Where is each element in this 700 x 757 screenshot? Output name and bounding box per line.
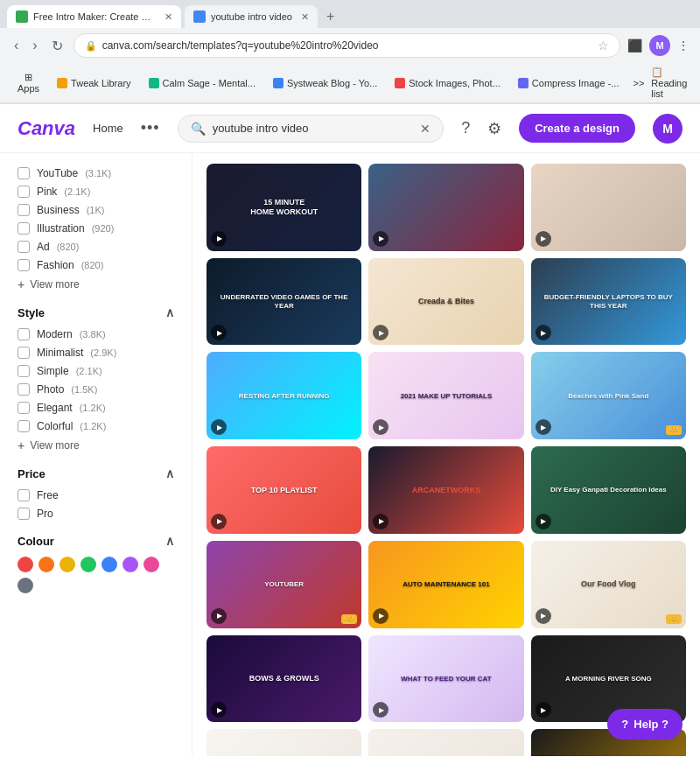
template-card-1[interactable]: 15 MINUTEHOME WORKOUT bbox=[206, 164, 361, 251]
elegant-checkbox[interactable] bbox=[18, 402, 30, 414]
free-checkbox[interactable] bbox=[18, 489, 30, 501]
tab-2-close[interactable]: ✕ bbox=[301, 11, 309, 23]
bookmark-stock[interactable]: Stock Images, Phot... bbox=[388, 76, 508, 90]
colorful-checkbox[interactable] bbox=[18, 420, 30, 432]
extensions-button[interactable]: ⬛ bbox=[627, 39, 642, 53]
bookmark-tweak[interactable]: Tweak Library bbox=[50, 76, 137, 90]
help-button[interactable]: ? bbox=[461, 119, 470, 137]
style-chevron-icon: ∧ bbox=[165, 305, 174, 319]
filter-business[interactable]: Business (1K) bbox=[18, 204, 174, 216]
new-tab-button[interactable]: + bbox=[321, 9, 340, 25]
reload-button[interactable]: ↻ bbox=[48, 36, 66, 56]
create-design-button[interactable]: Create a design bbox=[519, 114, 635, 143]
home-link[interactable]: Home bbox=[93, 122, 123, 135]
template-grid: 15 MINUTEHOME WORKOUT bbox=[206, 164, 686, 756]
template-card-7[interactable]: RESTING AFTER RUNNING bbox=[206, 352, 361, 439]
template-card-9[interactable]: Beaches with Pink Sand 👑 bbox=[531, 352, 686, 439]
bookmark-calmsage[interactable]: Calm Sage - Mental... bbox=[142, 76, 262, 90]
address-text: canva.com/search/templates?q=youtube%20i… bbox=[102, 39, 592, 52]
illustration-checkbox[interactable] bbox=[18, 222, 30, 235]
profile-button[interactable]: M bbox=[649, 35, 670, 56]
apps-bookmark[interactable]: ⊞ Apps bbox=[10, 70, 46, 95]
youtube-checkbox[interactable] bbox=[18, 167, 30, 179]
template-card-11[interactable]: ARCANETWORKS bbox=[368, 446, 523, 534]
template-card-19[interactable]: New Year OUR COMPLETE REVIEW OF PRODUCT … bbox=[206, 729, 361, 756]
template-card-13[interactable]: YOUTUBER 👑 bbox=[206, 541, 361, 628]
template-card-20[interactable]: HOW TO BECOME Camera Confident bbox=[368, 729, 523, 756]
template-card-4[interactable]: UNDERRATED VIDEO GAMES OF THE YEAR bbox=[206, 258, 361, 346]
back-button[interactable]: ‹ bbox=[10, 36, 22, 55]
bookmark-compress[interactable]: Compress Image -... bbox=[511, 76, 626, 90]
filter-youtube[interactable]: YouTube (3.1K) bbox=[18, 167, 174, 179]
colour-section-title[interactable]: Colour ∧ bbox=[18, 534, 174, 548]
colour-orange[interactable] bbox=[38, 557, 54, 572]
canva-logo: Canva bbox=[18, 117, 75, 140]
filter-elegant[interactable]: Elegant (1.2K) bbox=[18, 402, 174, 414]
card-9-title: Beaches with Pink Sand bbox=[568, 392, 648, 401]
filter-free[interactable]: Free bbox=[18, 489, 174, 501]
settings-button[interactable]: ⚙ bbox=[487, 119, 501, 138]
help-float-button[interactable]: ? Help ? bbox=[607, 709, 682, 739]
colour-blue[interactable] bbox=[102, 557, 117, 572]
search-clear-icon[interactable]: ✕ bbox=[420, 122, 430, 136]
category-view-more[interactable]: + View more bbox=[18, 277, 174, 291]
template-card-17[interactable]: WHAT TO FEED YOUR CAT bbox=[368, 635, 523, 723]
thumb-4: UNDERRATED VIDEO GAMES OF THE YEAR bbox=[206, 258, 361, 346]
filter-minimalist[interactable]: Minimalist (2.9K) bbox=[18, 347, 174, 359]
bookmark-systweak[interactable]: Systweak Blog - Yo... bbox=[266, 76, 384, 90]
filter-illustration[interactable]: Illustration (920) bbox=[18, 222, 174, 235]
filter-ad[interactable]: Ad (820) bbox=[18, 241, 174, 253]
fashion-checkbox[interactable] bbox=[18, 259, 30, 271]
content-area: YouTube (3.1K) Pink (2.1K) Business (1K)… bbox=[0, 153, 700, 756]
search-icon: 🔍 bbox=[191, 122, 206, 136]
filter-photo[interactable]: Photo (1.5K) bbox=[18, 383, 174, 396]
colour-yellow[interactable] bbox=[60, 557, 75, 572]
search-input[interactable] bbox=[213, 122, 414, 135]
template-card-15[interactable]: Our Food Vlog 👑 bbox=[531, 541, 686, 628]
card-16-title: BOWS & GROWLS bbox=[249, 674, 319, 683]
modern-checkbox[interactable] bbox=[18, 328, 30, 340]
colour-green[interactable] bbox=[80, 557, 96, 572]
menu-button[interactable]: ⋮ bbox=[677, 39, 690, 53]
minimalist-checkbox[interactable] bbox=[18, 347, 30, 359]
price-section-title[interactable]: Price ∧ bbox=[18, 466, 174, 480]
toolbar-right: ⬛ M ⋮ bbox=[627, 35, 690, 56]
template-card-14[interactable]: AUTO MAINTENANCE 101 bbox=[368, 541, 523, 628]
business-checkbox[interactable] bbox=[18, 204, 30, 216]
filter-simple[interactable]: Simple (2.1K) bbox=[18, 365, 174, 377]
template-card-16[interactable]: BOWS & GROWLS bbox=[206, 635, 361, 723]
filter-pink[interactable]: Pink (2.1K) bbox=[18, 186, 174, 198]
filter-colorful[interactable]: Colorful (1.2K) bbox=[18, 420, 174, 432]
bookmarks-more[interactable]: >> bbox=[629, 76, 648, 90]
template-card-8[interactable]: 2021 MAKE UP TUTORIALS bbox=[368, 352, 523, 439]
reading-list-button[interactable]: 📋 Reading list bbox=[651, 67, 690, 99]
filter-pro[interactable]: Pro bbox=[18, 508, 174, 520]
style-section-title[interactable]: Style ∧ bbox=[18, 305, 174, 319]
filter-modern[interactable]: Modern (3.8K) bbox=[18, 328, 174, 340]
template-card-12[interactable]: DIY Easy Ganpati Decoration Ideas bbox=[531, 446, 686, 534]
template-card-3[interactable] bbox=[531, 164, 686, 251]
address-input[interactable]: 🔒 canva.com/search/templates?q=youtube%2… bbox=[74, 33, 620, 58]
tab-2[interactable]: youtube intro video ✕ bbox=[185, 5, 318, 28]
colour-red[interactable] bbox=[18, 557, 33, 572]
template-card-10[interactable]: TOP 10 PLAYLIST bbox=[206, 446, 361, 534]
photo-checkbox[interactable] bbox=[18, 383, 30, 396]
ad-checkbox[interactable] bbox=[18, 241, 30, 253]
more-options-button[interactable]: ••• bbox=[141, 119, 160, 137]
template-card-2[interactable] bbox=[368, 164, 523, 251]
forward-button[interactable]: › bbox=[29, 36, 40, 55]
simple-checkbox[interactable] bbox=[18, 365, 30, 377]
filter-fashion[interactable]: Fashion (820) bbox=[18, 259, 174, 271]
thumb-8-text: 2021 MAKE UP TUTORIALS bbox=[368, 352, 523, 439]
pro-checkbox[interactable] bbox=[18, 508, 30, 520]
template-card-6[interactable]: BUDGET-FRIENDLY LAPTOPS TO BUY THIS YEAR bbox=[531, 258, 686, 346]
colour-pink[interactable] bbox=[144, 557, 159, 572]
tab-1-close[interactable]: ✕ bbox=[164, 11, 172, 23]
colour-purple[interactable] bbox=[122, 557, 138, 572]
user-avatar[interactable]: M bbox=[653, 114, 682, 144]
template-card-5[interactable]: Creada & Bites bbox=[368, 258, 523, 346]
tab-1[interactable]: Free Intro Maker: Create YouTub... ✕ bbox=[7, 5, 181, 28]
style-view-more[interactable]: + View more bbox=[18, 438, 174, 452]
pink-checkbox[interactable] bbox=[18, 186, 30, 198]
colour-gray[interactable] bbox=[18, 578, 33, 593]
